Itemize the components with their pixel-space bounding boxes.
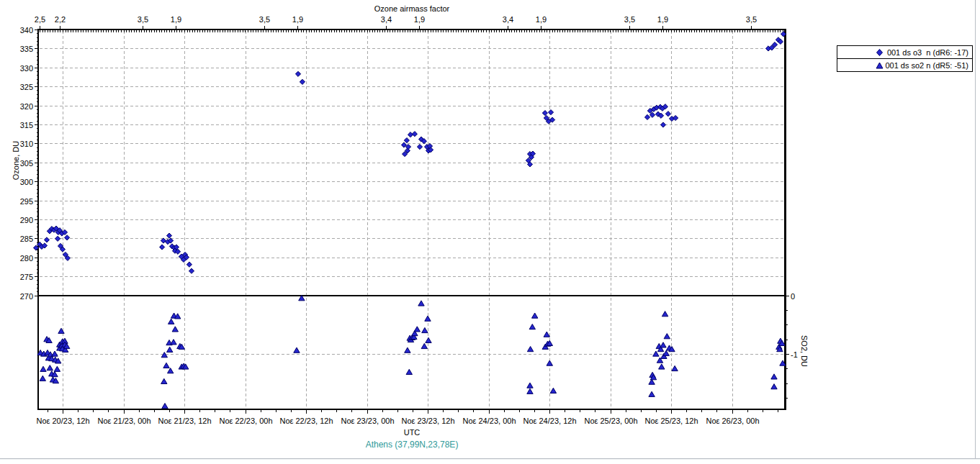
- y-left-tick-label: 320: [20, 102, 33, 111]
- so2-data-point: [771, 374, 777, 379]
- x-tick-label: Νοε 25/23, 00h: [584, 417, 637, 425]
- y-right-axis-title: SO2, DU: [799, 315, 809, 387]
- o3-data-point: [300, 79, 305, 84]
- triangle-icon-shape: [876, 63, 883, 68]
- so2-data-point: [547, 360, 552, 365]
- so2-data-point: [52, 351, 58, 356]
- y-left-tick-label: 305: [20, 159, 33, 168]
- airmass-tick-label: 3,5: [138, 15, 148, 24]
- y-left-tick-label: 315: [20, 121, 33, 129]
- diamond-icon-shape: [876, 49, 882, 55]
- airmass-tick-label: 3,5: [624, 15, 635, 24]
- so2-data-point: [550, 388, 556, 393]
- x-tick-label: Νοε 24/23, 12h: [523, 417, 576, 425]
- so2-data-point: [161, 378, 167, 383]
- so2-data-point: [426, 337, 431, 342]
- x-tick-label: Νοε 21/23, 00h: [97, 417, 150, 425]
- x-tick-label: Νοε 24/23, 00h: [462, 417, 516, 425]
- o3-data-point: [160, 245, 165, 250]
- o3-data-point: [417, 145, 422, 150]
- o3-data-point: [166, 233, 171, 238]
- so2-data-point: [418, 301, 424, 306]
- airmass-tick-label: 1,9: [292, 15, 303, 24]
- legend: 001 ds o3 n (dR6: -17) 001 ds so2 n (dR5…: [837, 45, 973, 72]
- chart-window: 2702752802852902953003053103153203253303…: [0, 0, 980, 464]
- so2-data-point: [171, 340, 176, 345]
- airmass-tick-label: 3,4: [503, 15, 513, 24]
- y-left-tick-label: 310: [20, 140, 33, 148]
- so2-data-point: [40, 376, 45, 381]
- station-label: Athens (37,99N,23,78E): [325, 440, 498, 450]
- so2-data-point: [294, 347, 300, 352]
- so2-data-point: [527, 383, 533, 388]
- so2-data-point: [168, 319, 174, 324]
- o3-data-point: [412, 132, 417, 137]
- o3-data-point: [189, 268, 194, 273]
- airmass-tick-label: 2,2: [55, 15, 66, 24]
- so2-data-point: [54, 366, 60, 371]
- so2-data-point: [771, 384, 777, 389]
- airmass-tick-label: 1,9: [171, 15, 181, 24]
- o3-data-point: [542, 111, 547, 116]
- diamond-icon: [875, 48, 884, 57]
- so2-data-point: [659, 364, 665, 369]
- legend-item-o3: 001 ds o3 n (dR6: -17): [837, 45, 973, 59]
- so2-data-point: [406, 369, 412, 374]
- so2-data-point: [168, 368, 174, 373]
- airmass-tick-label: 3,5: [259, 15, 270, 24]
- so2-data-point: [299, 296, 305, 301]
- so2-data-point: [532, 313, 538, 318]
- triangle-icon: [875, 61, 884, 70]
- so2-data-point: [405, 347, 410, 352]
- o3-data-point: [295, 71, 300, 76]
- legend-label-o3: 001 ds o3 n (dR6: -17): [885, 48, 972, 57]
- y-left-tick-label: 335: [20, 45, 33, 53]
- y-left-tick-label: 325: [20, 83, 33, 91]
- so2-data-point: [172, 327, 178, 332]
- so2-data-point: [529, 324, 535, 329]
- so2-data-point: [660, 342, 666, 347]
- airmass-tick-label: 3,4: [381, 15, 392, 24]
- airmass-tick-label: 2,5: [35, 15, 45, 24]
- x-tick-label: Νοε 20/23, 12h: [36, 417, 89, 425]
- airmass-tick-label: 1,9: [414, 15, 425, 24]
- so2-data-point: [162, 404, 168, 409]
- so2-data-point: [421, 343, 427, 348]
- pane-divider-bottom-highlight: [0, 459, 980, 460]
- o3-data-point: [644, 114, 649, 119]
- o3-data-point: [408, 132, 413, 137]
- legend-label-so2: 001 ds so2 n (dR5: -51): [885, 61, 972, 70]
- airmass-tick-label: 1,9: [536, 15, 547, 24]
- so2-data-point: [422, 327, 428, 332]
- x-tick-label: Νοε 26/23, 00h: [706, 417, 759, 425]
- y-left-axis-title: Ozone, DU: [12, 124, 22, 196]
- x-axis-title: UTC: [376, 428, 448, 437]
- x-tick-label: Νοε 23/23, 00h: [341, 417, 394, 425]
- y-left-tick-label: 270: [20, 292, 33, 301]
- so2-data-point: [527, 347, 533, 352]
- so2-data-point: [47, 365, 53, 370]
- so2-data-point: [649, 391, 655, 396]
- y-right-tick-label: 0: [791, 292, 795, 301]
- so2-data-point: [40, 366, 46, 371]
- o3-data-point: [65, 235, 70, 240]
- so2-data-point: [672, 365, 678, 370]
- plot-canvas: 2702752802852902953003053103153203253303…: [0, 0, 980, 464]
- so2-data-point: [662, 311, 667, 317]
- pane-divider-right: [975, 0, 976, 459]
- so2-data-point: [663, 350, 669, 355]
- y-left-tick-label: 330: [20, 64, 33, 73]
- so2-data-point: [527, 388, 533, 394]
- airmass-tick-label: 1,9: [657, 15, 668, 24]
- x-tick-label: Νοε 22/23, 00h: [219, 417, 272, 425]
- so2-triangle-marker-icon: [873, 61, 885, 70]
- o3-data-point: [44, 237, 49, 242]
- y-left-tick-label: 340: [20, 26, 33, 35]
- x-tick-label: Νοε 22/23, 12h: [279, 417, 333, 425]
- y-left-tick-label: 280: [20, 254, 33, 263]
- x-tick-label: Νοε 21/23, 12h: [158, 417, 211, 425]
- y-right-tick-label: -1: [791, 350, 798, 359]
- top-axis-title: Ozone airmass factor: [340, 4, 484, 13]
- so2-data-point: [664, 334, 670, 339]
- so2-data-point: [544, 332, 549, 337]
